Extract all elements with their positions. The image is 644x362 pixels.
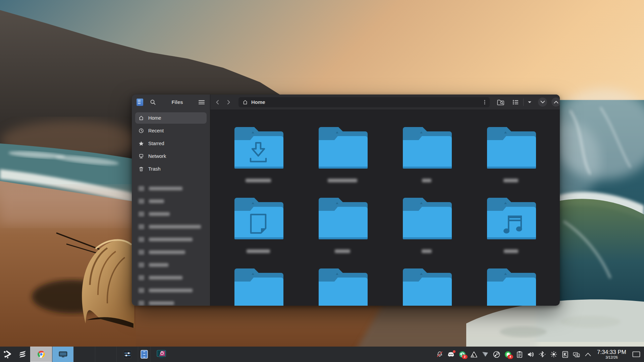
- view-options-dropdown[interactable]: [526, 97, 534, 108]
- folder-label-redacted: [247, 249, 270, 253]
- sidebar-item-home[interactable]: Home: [135, 112, 207, 124]
- folder[interactable]: [317, 266, 368, 306]
- app-launcher-button[interactable]: [0, 347, 15, 362]
- task-slot-empty[interactable]: [95, 347, 116, 362]
- sidebar-item-trash[interactable]: Trash: [135, 163, 207, 175]
- path-bar[interactable]: Home: [238, 97, 490, 107]
- clock-widget[interactable]: 7:34:33 PM 3/12/26: [597, 349, 626, 360]
- wallet-tray-button[interactable]: [573, 351, 580, 358]
- sidebar: Files Home Recent: [132, 95, 210, 306]
- main-pane: Home: [210, 95, 560, 306]
- folder-label-redacted: [504, 249, 518, 253]
- sidebar-redacted-item[interactable]: [132, 207, 210, 220]
- task-chrome[interactable]: [30, 347, 52, 362]
- sidebar-redacted-item[interactable]: [132, 220, 210, 233]
- clock-date: 3/12/26: [597, 355, 626, 359]
- steam-tray-button[interactable]: [493, 351, 500, 358]
- discord-tray-button[interactable]: [447, 351, 454, 358]
- clipboard-tray-button[interactable]: [516, 351, 523, 358]
- headerbar: Home: [210, 95, 560, 110]
- folder[interactable]: [233, 266, 283, 306]
- sidebar-nav: Home Recent Starred: [132, 110, 210, 176]
- triangle-app-tray-button[interactable]: [470, 351, 477, 358]
- clock-time: 7:34:33 PM: [597, 349, 626, 356]
- folder-label-redacted: [503, 179, 518, 182]
- bluetooth-icon: [539, 351, 546, 358]
- gray-triangle-icon: [482, 351, 489, 357]
- sidebar-redacted-item[interactable]: [132, 233, 210, 246]
- task-slot-empty[interactable]: [73, 347, 95, 362]
- sidebar-redacted-item[interactable]: [132, 195, 210, 207]
- star-icon: [139, 141, 144, 146]
- volume-tray-button[interactable]: [527, 351, 534, 358]
- folder-icon: [233, 266, 283, 306]
- caret-down-icon: [528, 101, 532, 104]
- folder-music[interactable]: [486, 195, 536, 266]
- sidebar-item-label: Network: [148, 154, 166, 159]
- task-file-manager[interactable]: [138, 347, 150, 362]
- folder[interactable]: [317, 195, 368, 266]
- show-desktop-icon: [632, 351, 640, 357]
- discord-alert-dot: [453, 350, 455, 353]
- folder-grid: [210, 110, 560, 306]
- chevron-up-icon: [554, 101, 558, 104]
- sidebar-redacted-item[interactable]: [132, 182, 210, 195]
- folder-icon: [486, 125, 536, 171]
- folder[interactable]: [317, 125, 368, 195]
- sidebar-redacted-item[interactable]: [132, 297, 210, 306]
- search-folder-button[interactable]: [495, 97, 506, 108]
- notifications-muted-button[interactable]: [436, 351, 443, 358]
- task-files-window[interactable]: [52, 347, 73, 362]
- chevron-down-icon: [540, 101, 545, 104]
- search-icon[interactable]: [150, 99, 156, 105]
- folder-icon: [401, 266, 452, 306]
- task-screenshot-tool[interactable]: [150, 347, 172, 362]
- system-tray: 2: [436, 349, 644, 360]
- sliders-icon: [123, 350, 132, 359]
- task-settings-sliders[interactable]: [116, 347, 138, 362]
- sidebar-redacted-item[interactable]: [132, 284, 210, 297]
- sidebar-redacted-item[interactable]: [132, 258, 210, 271]
- keepass-tray-button[interactable]: [561, 351, 569, 358]
- stacks-button[interactable]: [15, 347, 30, 362]
- forward-button[interactable]: [223, 97, 234, 108]
- window-thumbnail-icon: [59, 351, 67, 358]
- sidebar-redacted-item[interactable]: [132, 271, 210, 284]
- folder[interactable]: [486, 125, 536, 195]
- home-icon: [139, 115, 144, 121]
- menu-icon[interactable]: [199, 100, 205, 105]
- brightness-tray-button[interactable]: [550, 351, 557, 358]
- divider: [523, 99, 524, 106]
- folder[interactable]: [486, 266, 536, 306]
- back-button[interactable]: [212, 97, 223, 108]
- folder-documents[interactable]: [233, 195, 283, 266]
- list-view-button[interactable]: [510, 97, 521, 108]
- sidebar-item-recent[interactable]: Recent: [135, 125, 207, 136]
- sidebar-item-starred[interactable]: Starred: [135, 138, 207, 149]
- chat-badge: 4: [507, 355, 513, 359]
- gray-triangle-tray-button[interactable]: [482, 351, 489, 358]
- k-box-icon: [562, 351, 568, 358]
- sidebar-redacted-item[interactable]: [132, 246, 210, 258]
- folder-downloads[interactable]: [233, 125, 283, 195]
- tray-expander-button[interactable]: [584, 351, 591, 358]
- folder-icon: [317, 125, 368, 171]
- card-stack-icon: [573, 351, 580, 358]
- maximize-button[interactable]: [551, 98, 560, 107]
- bluetooth-tray-button[interactable]: [539, 351, 546, 358]
- kebab-menu-icon[interactable]: [482, 100, 487, 105]
- triangle-logo-icon: [471, 351, 477, 358]
- folder[interactable]: [401, 195, 452, 266]
- folder[interactable]: [401, 125, 452, 195]
- show-desktop-button[interactable]: [632, 351, 641, 358]
- chat-tray-button[interactable]: 4: [504, 351, 512, 358]
- sync-tray-button[interactable]: 2: [459, 351, 466, 358]
- minimize-button[interactable]: [538, 98, 547, 107]
- folder-label-redacted: [422, 249, 432, 253]
- folder-downloads-icon: [233, 125, 283, 171]
- folder-icon: [317, 266, 368, 306]
- sidebar-item-network[interactable]: Network: [135, 150, 207, 162]
- desktop: Files Home Recent: [0, 0, 644, 362]
- chevron-left-icon: [215, 100, 220, 105]
- folder[interactable]: [401, 266, 452, 306]
